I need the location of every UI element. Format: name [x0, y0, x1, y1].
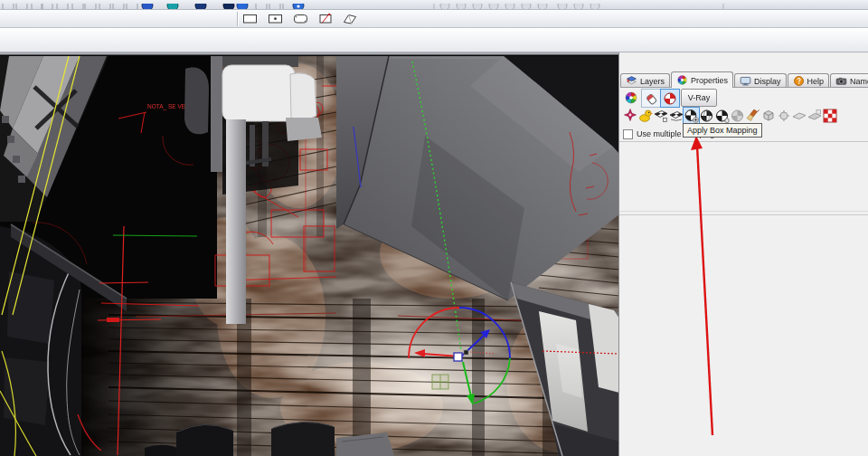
planar-mapping-icon[interactable]: [653, 108, 668, 124]
monitor-icon: [740, 75, 751, 87]
panel-tab-bar: Layers Properties Display Help Named Vie…: [620, 71, 868, 88]
planar-uv-icon-disabled[interactable]: [791, 108, 807, 124]
main-area: NOTA_ SE VE: [0, 52, 868, 456]
cad-annotation-text: NOTA_ SE VE: [147, 103, 186, 110]
panel-divider: [619, 141, 868, 142]
color-wheel-icon: [624, 90, 638, 105]
panel-divider: [619, 214, 868, 215]
camera-icon: [835, 75, 847, 87]
match-mapping-brush-icon[interactable]: [745, 108, 760, 124]
tab-named-views[interactable]: Named Views: [830, 73, 868, 88]
use-multiple-mapping-checkbox[interactable]: [623, 129, 633, 139]
tab-label: Display: [754, 77, 781, 86]
tab-help[interactable]: Help: [788, 73, 830, 88]
texture-mapping-icon: [663, 91, 677, 106]
unwrap-icon-disabled[interactable]: [807, 108, 822, 124]
spherical-mapping-icon[interactable]: [699, 108, 714, 124]
cplane-grid-square: [432, 375, 448, 389]
box-mapping-icon[interactable]: [684, 108, 699, 124]
toolbar-separator: [237, 12, 239, 26]
cylindrical-mapping-icon[interactable]: [714, 108, 730, 124]
gumball-origin-handle[interactable]: [454, 353, 462, 361]
object-texture-mapping-button[interactable]: [660, 89, 680, 108]
tab-properties[interactable]: Properties: [671, 71, 733, 88]
empty-toolbar-strip: [0, 28, 868, 52]
tab-label: Properties: [691, 76, 728, 85]
object-material-button[interactable]: [641, 89, 661, 108]
tab-label: Help: [807, 77, 825, 86]
tooltip: Apply Box Mapping: [683, 123, 762, 138]
rectangle-center-point-tool-icon[interactable]: [268, 12, 284, 25]
rectangle-3point-tool-icon[interactable]: [318, 12, 335, 25]
rounded-rectangle-tool-icon[interactable]: [293, 12, 309, 25]
checker-texture-icon[interactable]: [822, 108, 837, 124]
viewport-canvas[interactable]: NOTA_ SE VE: [0, 52, 618, 456]
box-uv-icon-disabled[interactable]: [760, 108, 776, 124]
custom-mapping-icon-disabled[interactable]: [730, 108, 745, 124]
show-mapping-widget-icon[interactable]: [622, 108, 637, 124]
object-color-button[interactable]: [622, 89, 640, 106]
panel-divider: [619, 211, 868, 212]
tab-display[interactable]: Display: [734, 73, 787, 88]
tab-layers[interactable]: Layers: [620, 73, 670, 88]
mapping-toolbar: [622, 108, 837, 124]
layers-icon: [626, 75, 637, 87]
vray-button[interactable]: V-Ray: [681, 89, 717, 107]
color-wheel-icon: [676, 74, 688, 86]
surface-mapping-icon[interactable]: [668, 108, 684, 124]
help-icon: [793, 75, 805, 87]
mapping-widget-icon-disabled[interactable]: [776, 108, 791, 124]
top-toolbar: [0, 0, 868, 10]
rectangle-toolbar: [0, 10, 868, 28]
rectangle-tool-icon[interactable]: [242, 12, 259, 25]
side-panel: Layers Properties Display Help Named Vie…: [618, 52, 868, 456]
top-toolbar-icons[interactable]: [0, 4, 868, 10]
tab-label: Named Views: [850, 77, 868, 86]
plane-surface-tool-icon[interactable]: [342, 12, 358, 25]
tab-label: Layers: [640, 77, 665, 86]
mapping-duck-icon[interactable]: [637, 108, 653, 124]
material-icon: [644, 91, 658, 106]
